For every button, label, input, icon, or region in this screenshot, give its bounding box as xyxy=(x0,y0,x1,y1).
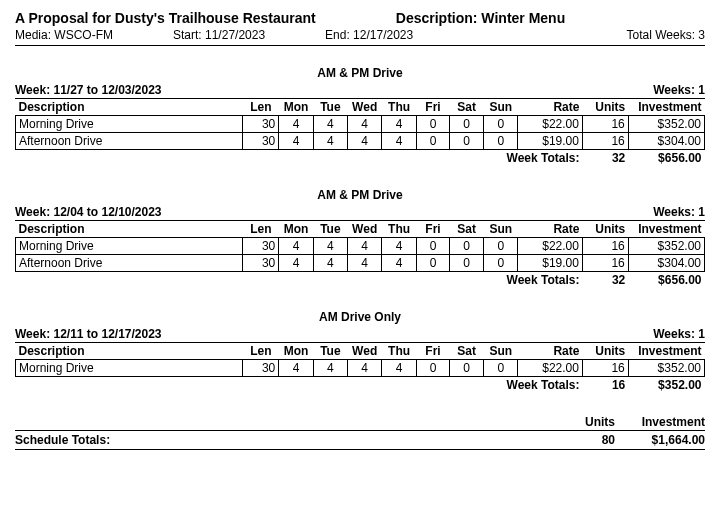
cell-tue: 4 xyxy=(313,238,347,255)
cell-mon: 4 xyxy=(279,360,314,377)
cell-inv: $352.00 xyxy=(628,116,704,133)
cell-inv: $304.00 xyxy=(628,133,704,150)
cell-sat: 0 xyxy=(450,116,484,133)
col-fri: Fri xyxy=(416,221,450,238)
col-tue: Tue xyxy=(313,221,347,238)
cell-inv: $352.00 xyxy=(628,238,704,255)
col-wed: Wed xyxy=(347,343,382,360)
col-mon: Mon xyxy=(279,99,314,116)
cell-tue: 4 xyxy=(313,133,347,150)
week-totals-inv: $656.00 xyxy=(628,272,704,289)
schedule-table: DescriptionLenMonTueWedThuFriSatSunRateU… xyxy=(15,99,705,166)
cell-sat: 0 xyxy=(450,238,484,255)
cell-len: 30 xyxy=(243,360,279,377)
proposal-title: A Proposal for Dusty's Trailhouse Restau… xyxy=(15,10,316,26)
cell-sat: 0 xyxy=(450,255,484,272)
week-totals-label: Week Totals: xyxy=(16,150,583,167)
cell-fri: 0 xyxy=(416,133,450,150)
schedule-totals-label: Schedule Totals: xyxy=(15,433,565,447)
cell-mon: 4 xyxy=(279,116,314,133)
cell-desc: Morning Drive xyxy=(16,360,243,377)
cell-thu: 4 xyxy=(382,360,416,377)
col-description: Description xyxy=(16,221,243,238)
week-totals-units: 16 xyxy=(582,377,628,394)
cell-inv: $304.00 xyxy=(628,255,704,272)
week-totals-inv: $352.00 xyxy=(628,377,704,394)
table-row: Afternoon Drive304444000$19.0016$304.00 xyxy=(16,255,705,272)
col-units: Units xyxy=(582,99,628,116)
cell-fri: 0 xyxy=(416,116,450,133)
cell-thu: 4 xyxy=(382,116,416,133)
col-sat: Sat xyxy=(450,99,484,116)
col-investment: Investment xyxy=(628,221,704,238)
end-label: End: 12/17/2023 xyxy=(325,28,413,42)
week-range: Week: 12/11 to 12/17/2023 xyxy=(15,327,162,341)
schedule-section: AM & PM DriveWeek: 12/04 to 12/10/2023We… xyxy=(15,188,705,288)
col-thu: Thu xyxy=(382,221,416,238)
col-sun: Sun xyxy=(484,221,518,238)
schedule-section: AM & PM DriveWeek: 11/27 to 12/03/2023We… xyxy=(15,66,705,166)
cell-thu: 4 xyxy=(382,133,416,150)
cell-desc: Afternoon Drive xyxy=(16,133,243,150)
cell-units: 16 xyxy=(582,133,628,150)
week-totals-units: 32 xyxy=(582,272,628,289)
col-tue: Tue xyxy=(313,99,347,116)
cell-units: 16 xyxy=(582,116,628,133)
section-title: AM & PM Drive xyxy=(15,188,705,202)
col-mon: Mon xyxy=(279,343,314,360)
col-wed: Wed xyxy=(347,221,382,238)
description-label: Description: Winter Menu xyxy=(396,10,565,26)
week-row: Week: 12/11 to 12/17/2023Weeks: 1 xyxy=(15,327,705,343)
title-row: A Proposal for Dusty's Trailhouse Restau… xyxy=(15,10,705,26)
cell-len: 30 xyxy=(243,238,279,255)
week-row: Week: 11/27 to 12/03/2023Weeks: 1 xyxy=(15,83,705,99)
table-row: Morning Drive304444000$22.0016$352.00 xyxy=(16,238,705,255)
cell-wed: 4 xyxy=(347,360,382,377)
footer-units-hdr: Units xyxy=(565,415,615,429)
cell-tue: 4 xyxy=(313,255,347,272)
cell-wed: 4 xyxy=(347,116,382,133)
table-row: Afternoon Drive304444000$19.0016$304.00 xyxy=(16,133,705,150)
col-rate: Rate xyxy=(518,99,583,116)
cell-sat: 0 xyxy=(450,360,484,377)
cell-wed: 4 xyxy=(347,255,382,272)
col-len: Len xyxy=(243,99,279,116)
col-rate: Rate xyxy=(518,221,583,238)
week-totals-row: Week Totals:32$656.00 xyxy=(16,272,705,289)
cell-desc: Afternoon Drive xyxy=(16,255,243,272)
meta-row: Media: WSCO-FM Start: 11/27/2023 End: 12… xyxy=(15,28,705,46)
col-investment: Investment xyxy=(628,99,704,116)
schedule-table: DescriptionLenMonTueWedThuFriSatSunRateU… xyxy=(15,343,705,393)
section-title: AM & PM Drive xyxy=(15,66,705,80)
week-totals-label: Week Totals: xyxy=(16,377,583,394)
cell-units: 16 xyxy=(582,255,628,272)
cell-fri: 0 xyxy=(416,360,450,377)
footer-header: Units Investment xyxy=(15,415,705,431)
cell-rate: $22.00 xyxy=(518,360,583,377)
cell-desc: Morning Drive xyxy=(16,116,243,133)
cell-rate: $22.00 xyxy=(518,116,583,133)
cell-desc: Morning Drive xyxy=(16,238,243,255)
col-description: Description xyxy=(16,343,243,360)
col-rate: Rate xyxy=(518,343,583,360)
table-row: Morning Drive304444000$22.0016$352.00 xyxy=(16,116,705,133)
col-mon: Mon xyxy=(279,221,314,238)
weeks-label: Weeks: 1 xyxy=(653,83,705,97)
col-len: Len xyxy=(243,221,279,238)
col-sat: Sat xyxy=(450,221,484,238)
col-len: Len xyxy=(243,343,279,360)
cell-fri: 0 xyxy=(416,238,450,255)
media-label: Media: WSCO-FM xyxy=(15,28,113,42)
schedule-totals-units: 80 xyxy=(565,433,615,447)
cell-thu: 4 xyxy=(382,238,416,255)
cell-wed: 4 xyxy=(347,238,382,255)
cell-mon: 4 xyxy=(279,238,314,255)
col-sun: Sun xyxy=(484,99,518,116)
col-sun: Sun xyxy=(484,343,518,360)
week-totals-row: Week Totals:16$352.00 xyxy=(16,377,705,394)
week-totals-label: Week Totals: xyxy=(16,272,583,289)
cell-units: 16 xyxy=(582,238,628,255)
cell-rate: $19.00 xyxy=(518,133,583,150)
footer-inv-hdr: Investment xyxy=(625,415,705,429)
cell-sun: 0 xyxy=(484,255,518,272)
